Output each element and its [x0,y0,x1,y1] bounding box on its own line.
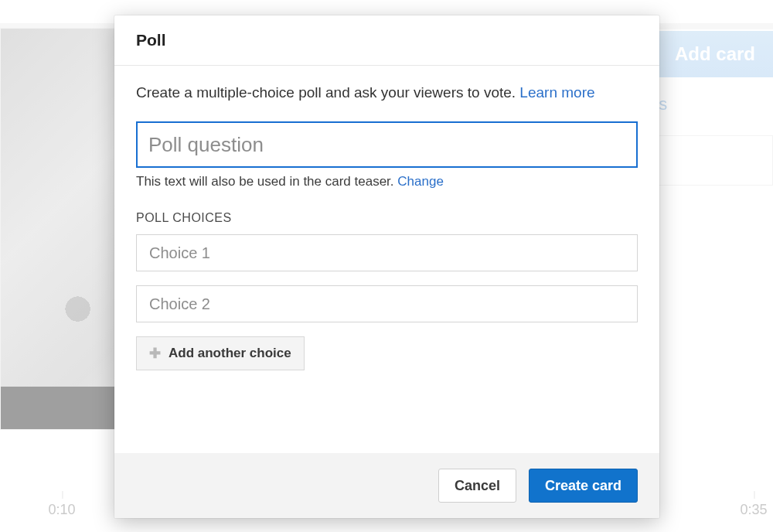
add-choice-label: Add another choice [169,346,291,361]
modal-title: Poll [114,15,659,66]
choice-input-1[interactable] [136,234,638,271]
modal-intro: Create a multiple-choice poll and ask yo… [136,84,638,101]
create-card-button[interactable]: Create card [529,469,638,503]
timeline-tick: 0:10 [48,502,75,518]
timeline-tick: 0:35 [740,502,767,518]
add-card-button-bg: Add card [657,31,773,77]
teaser-helper-text: This text will also be used in the card … [136,174,397,189]
choice-input-2[interactable] [136,285,638,322]
intro-text: Create a multiple-choice poll and ask yo… [136,84,519,101]
teaser-helper: This text will also be used in the card … [136,174,638,189]
learn-more-link[interactable]: Learn more [519,84,594,101]
tab-fragment: ds [649,89,773,120]
plus-icon: ✚ [149,346,161,360]
add-another-choice-button[interactable]: ✚ Add another choice [136,336,305,370]
choices-label: POLL CHOICES [136,211,638,225]
modal-footer: Cancel Create card [114,453,659,518]
row-fragment: s [649,135,773,186]
cancel-button[interactable]: Cancel [438,469,516,503]
teaser-change-link[interactable]: Change [397,174,444,189]
poll-question-input[interactable] [136,121,638,168]
poll-modal: Poll Create a multiple-choice poll and a… [114,15,659,518]
